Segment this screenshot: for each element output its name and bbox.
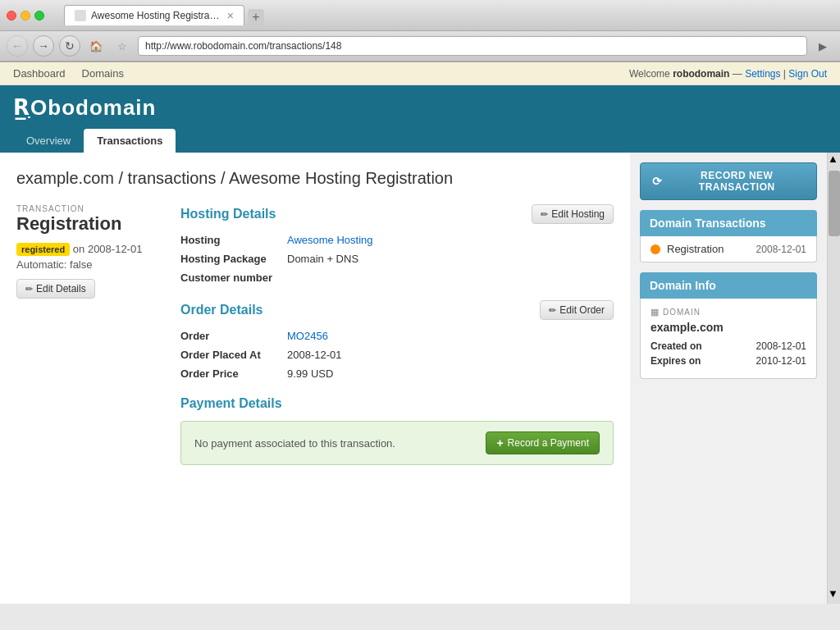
order-placed-row: Order Placed At 2008-12-01 (180, 349, 614, 361)
nav-dashboard[interactable]: Dashboard (13, 67, 66, 80)
hosting-details-header: Hosting Details Edit Hosting (180, 204, 614, 224)
edit-order-pencil-icon (549, 304, 556, 316)
order-price-label: Order Price (180, 368, 287, 380)
record-payment-button[interactable]: Record a Payment (486, 431, 600, 454)
transaction-date: on 2008-12-01 (73, 243, 143, 255)
app-tabs: Overview Transactions (13, 129, 827, 153)
hosting-package-label: Hosting Package (180, 253, 287, 265)
hosting-label: Hosting (180, 234, 287, 246)
hosting-detail-table: Hosting Awesome Hosting Hosting Package … (180, 234, 614, 284)
window-controls (7, 11, 44, 21)
hosting-section-title: Hosting Details (180, 207, 276, 221)
scrollbar[interactable]: ▲ ▼ (827, 153, 840, 604)
created-on-row: Created on 2008-12-01 (651, 340, 806, 352)
order-price-row: Order Price 9.99 USD (180, 368, 614, 380)
order-detail-table: Order MO2456 Order Placed At 2008-12-01 … (180, 330, 614, 380)
edit-order-button[interactable]: Edit Order (540, 300, 614, 320)
expires-on-value: 2010-12-01 (756, 355, 806, 367)
transaction-title: Registration (16, 213, 164, 235)
home-btn[interactable]: 🏠 (85, 35, 107, 57)
payment-details-section: Payment Details No payment associated to… (180, 396, 614, 465)
minimize-window-btn[interactable] (21, 11, 30, 21)
new-tab-btn[interactable]: + (248, 9, 264, 25)
edit-details-button[interactable]: Edit Details (16, 279, 95, 299)
record-new-transaction-button[interactable]: RECORD NEW TRANSACTION (640, 162, 817, 200)
edit-hosting-button[interactable]: Edit Hosting (532, 204, 614, 224)
username: robodomain (673, 68, 729, 80)
logo-text: R̲Obodomain (13, 95, 156, 121)
hosting-package-row: Hosting Package Domain + DNS (180, 253, 614, 265)
close-window-btn[interactable] (7, 11, 16, 21)
browser-titlebar: Awesome Hosting Registrati... × + (0, 0, 840, 31)
hosting-details-section: Hosting Details Edit Hosting Hosting Awe… (180, 204, 614, 284)
nav-domains[interactable]: Domains (82, 67, 124, 80)
url-bar[interactable] (138, 36, 807, 56)
tab-label: Awesome Hosting Registrati... (91, 10, 222, 21)
detail-sections: Hosting Details Edit Hosting Hosting Awe… (180, 204, 614, 482)
active-tab[interactable]: Awesome Hosting Registrati... × (64, 5, 244, 25)
customer-number-value (287, 272, 614, 284)
scroll-down-btn[interactable]: ▼ (828, 587, 840, 604)
app-header: R̲Obodomain Overview Transactions (0, 85, 840, 153)
tab-transactions[interactable]: Transactions (84, 129, 176, 153)
transaction-list-item[interactable]: Registration 2008-12-01 (641, 236, 816, 262)
back-btn[interactable]: ← (7, 35, 28, 57)
tab-close-btn[interactable]: × (227, 9, 234, 22)
tab-bar: Awesome Hosting Registrati... × + (57, 5, 833, 25)
record-payment-label: Record a Payment (508, 437, 589, 449)
registered-line: registered on 2008-12-01 (16, 243, 164, 255)
domain-transactions-content: Registration 2008-12-01 (640, 236, 817, 262)
domain-info-header: Domain Info (640, 272, 817, 299)
bookmark-star-icon[interactable]: ☆ (112, 35, 133, 57)
order-details-section: Order Details Edit Order Order MO2456 (180, 300, 614, 380)
tab-overview[interactable]: Overview (13, 129, 84, 153)
order-placed-label: Order Placed At (180, 349, 287, 361)
created-on-value: 2008-12-01 (756, 340, 806, 352)
order-row: Order MO2456 (180, 330, 614, 342)
separator: — (733, 68, 745, 80)
record-icon (652, 175, 663, 188)
refresh-btn[interactable]: ↻ (59, 35, 80, 57)
hosting-link[interactable]: Awesome Hosting (287, 234, 373, 246)
order-label: Order (180, 330, 287, 342)
grid-icon (651, 307, 660, 317)
order-section-title: Order Details (180, 303, 262, 317)
breadcrumb: example.com / transactions / Awesome Hos… (16, 169, 614, 188)
order-price-value: 9.99 USD (287, 368, 614, 380)
settings-link[interactable]: Settings (745, 68, 780, 80)
created-on-label: Created on (651, 340, 702, 352)
domain-info-name: example.com (651, 321, 806, 334)
order-placed-value: 2008-12-01 (287, 349, 614, 361)
scroll-up-btn[interactable]: ▲ (828, 153, 840, 169)
transaction-status-dot (651, 244, 660, 254)
signout-link[interactable]: Sign Out (788, 68, 827, 80)
top-nav: Dashboard Domains (13, 67, 124, 80)
app-logo: R̲Obodomain (13, 95, 827, 121)
domain-type-label: DOMAIN (651, 307, 806, 317)
domain-info-title: Domain Info (650, 279, 807, 292)
content-columns: TRANSACTION Registration registered on 2… (16, 204, 614, 482)
plus-icon (496, 436, 503, 450)
registered-badge: registered (16, 243, 70, 256)
domain-info-content: DOMAIN example.com Created on 2008-12-01… (640, 299, 817, 379)
app: Dashboard Domains Welcome robodomain — S… (0, 62, 840, 604)
scroll-thumb[interactable] (829, 171, 840, 236)
order-link[interactable]: MO2456 (287, 330, 328, 342)
top-bar: Dashboard Domains Welcome robodomain — S… (0, 62, 840, 85)
hosting-row: Hosting Awesome Hosting (180, 234, 614, 246)
expires-on-label: Expires on (651, 355, 701, 367)
payment-box: No payment associated to this transactio… (180, 421, 614, 465)
main-layout: example.com / transactions / Awesome Hos… (0, 153, 840, 604)
welcome-text: Welcome (629, 68, 670, 80)
forward-btn[interactable]: → (33, 35, 54, 57)
top-user-info: Welcome robodomain — Settings | Sign Out (629, 68, 827, 80)
transaction-info: TRANSACTION Registration registered on 2… (16, 204, 164, 482)
transaction-item-name: Registration (667, 243, 750, 255)
customer-number-label: Customer number (180, 272, 287, 284)
pencil-icon (25, 283, 33, 294)
payment-details-header: Payment Details (180, 396, 614, 411)
go-btn[interactable]: ▶ (812, 35, 833, 57)
record-new-label: RECORD NEW TRANSACTION (669, 170, 806, 193)
payment-section-title: Payment Details (180, 396, 282, 411)
maximize-window-btn[interactable] (34, 11, 44, 21)
